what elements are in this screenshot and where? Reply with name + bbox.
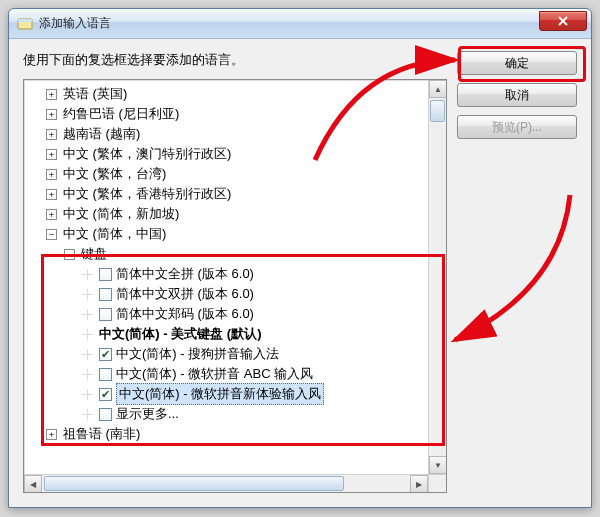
tree-connector-icon bbox=[82, 329, 93, 340]
expand-icon[interactable]: + bbox=[46, 89, 57, 100]
language-tree[interactable]: +英语 (英国)+约鲁巴语 (尼日利亚)+越南语 (越南)+中文 (繁体，澳门特… bbox=[24, 80, 428, 474]
tree-row[interactable]: 显示更多... bbox=[28, 404, 428, 424]
tree-row[interactable]: −中文 (简体，中国) bbox=[28, 224, 428, 244]
tree-row[interactable]: +祖鲁语 (南非) bbox=[28, 424, 428, 444]
tree-item-label[interactable]: 中文 (繁体，台湾) bbox=[63, 164, 166, 184]
tree-item-label[interactable]: 越南语 (越南) bbox=[63, 124, 140, 144]
tree-connector-icon bbox=[82, 369, 93, 380]
app-icon bbox=[17, 16, 33, 32]
vertical-scrollbar[interactable]: ▲ ▼ bbox=[428, 80, 446, 474]
instruction-text: 使用下面的复选框选择要添加的语言。 bbox=[23, 51, 447, 69]
checkbox[interactable] bbox=[99, 308, 112, 321]
tree-row[interactable]: 简体中文全拼 (版本 6.0) bbox=[28, 264, 428, 284]
tree-row[interactable]: +约鲁巴语 (尼日利亚) bbox=[28, 104, 428, 124]
tree-connector-icon bbox=[82, 409, 93, 420]
titlebar[interactable]: 添加输入语言 bbox=[9, 9, 591, 39]
dialog-content: 使用下面的复选框选择要添加的语言。 +英语 (英国)+约鲁巴语 (尼日利亚)+越… bbox=[9, 39, 591, 507]
svg-rect-1 bbox=[18, 19, 32, 22]
tree-item-label[interactable]: 简体中文双拼 (版本 6.0) bbox=[116, 284, 254, 304]
tree-item-label[interactable]: 简体中文全拼 (版本 6.0) bbox=[116, 264, 254, 284]
tree-row[interactable]: +中文 (简体，新加坡) bbox=[28, 204, 428, 224]
expand-icon[interactable]: + bbox=[46, 189, 57, 200]
scroll-corner bbox=[428, 474, 446, 492]
checkbox[interactable]: ✔ bbox=[99, 348, 112, 361]
tree-item-label[interactable]: 中文(简体) - 搜狗拼音输入法 bbox=[116, 344, 279, 364]
scroll-down-icon[interactable]: ▼ bbox=[429, 456, 447, 474]
tree-row[interactable]: +中文 (繁体，香港特别行政区) bbox=[28, 184, 428, 204]
tree-connector-icon bbox=[82, 309, 93, 320]
left-pane: 使用下面的复选框选择要添加的语言。 +英语 (英国)+约鲁巴语 (尼日利亚)+越… bbox=[23, 51, 447, 493]
window-title-extra bbox=[119, 17, 136, 31]
tree-item-label[interactable]: 中文 (繁体，澳门特别行政区) bbox=[63, 144, 231, 164]
tree-item-label[interactable]: 约鲁巴语 (尼日利亚) bbox=[63, 104, 179, 124]
tree-item-label[interactable]: 键盘 bbox=[81, 244, 107, 264]
tree-row[interactable]: 简体中文双拼 (版本 6.0) bbox=[28, 284, 428, 304]
checkbox[interactable] bbox=[99, 368, 112, 381]
collapse-icon[interactable]: − bbox=[64, 249, 75, 260]
language-tree-container: +英语 (英国)+约鲁巴语 (尼日利亚)+越南语 (越南)+中文 (繁体，澳门特… bbox=[23, 79, 447, 493]
tree-connector-icon bbox=[82, 289, 93, 300]
tree-item-label[interactable]: 祖鲁语 (南非) bbox=[63, 424, 140, 444]
tree-connector-icon bbox=[82, 389, 93, 400]
tree-item-label[interactable]: 简体中文郑码 (版本 6.0) bbox=[116, 304, 254, 324]
tree-connector-icon bbox=[82, 269, 93, 280]
expand-icon[interactable]: + bbox=[46, 149, 57, 160]
tree-row[interactable]: 中文(简体) - 微软拼音 ABC 输入风 bbox=[28, 364, 428, 384]
close-button[interactable] bbox=[539, 11, 587, 31]
horizontal-scrollbar[interactable]: ◀ ▶ bbox=[24, 474, 428, 492]
dialog-window: 添加输入语言 使用下面的复选框选择要添加的语言。 +英语 (英国)+约鲁巴语 (… bbox=[8, 8, 592, 508]
scroll-track-v[interactable] bbox=[429, 98, 446, 456]
tree-row[interactable]: 简体中文郑码 (版本 6.0) bbox=[28, 304, 428, 324]
expand-icon[interactable]: + bbox=[46, 129, 57, 140]
checkbox[interactable]: ✔ bbox=[99, 388, 112, 401]
expand-icon[interactable]: + bbox=[46, 209, 57, 220]
scroll-left-icon[interactable]: ◀ bbox=[24, 475, 42, 493]
right-pane: 确定 取消 预览(P)... bbox=[457, 51, 577, 493]
tree-row[interactable]: +中文 (繁体，澳门特别行政区) bbox=[28, 144, 428, 164]
tree-item-label[interactable]: 中文 (简体，新加坡) bbox=[63, 204, 179, 224]
collapse-icon[interactable]: − bbox=[46, 229, 57, 240]
tree-connector-icon bbox=[82, 349, 93, 360]
tree-item-label[interactable]: 中文(简体) - 微软拼音新体验输入风 bbox=[116, 383, 324, 405]
scroll-right-icon[interactable]: ▶ bbox=[410, 475, 428, 493]
ok-button[interactable]: 确定 bbox=[457, 51, 577, 75]
tree-row[interactable]: +越南语 (越南) bbox=[28, 124, 428, 144]
tree-item-label[interactable]: 中文 (简体，中国) bbox=[63, 224, 166, 244]
scroll-thumb-h[interactable] bbox=[44, 476, 344, 491]
tree-item-label[interactable]: 英语 (英国) bbox=[63, 84, 127, 104]
checkbox[interactable] bbox=[99, 288, 112, 301]
tree-item-label[interactable]: 中文(简体) - 美式键盘 (默认) bbox=[99, 324, 261, 344]
tree-row[interactable]: +中文 (繁体，台湾) bbox=[28, 164, 428, 184]
tree-item-label[interactable]: 中文 (繁体，香港特别行政区) bbox=[63, 184, 231, 204]
checkbox[interactable] bbox=[99, 268, 112, 281]
preview-button[interactable]: 预览(P)... bbox=[457, 115, 577, 139]
scroll-up-icon[interactable]: ▲ bbox=[429, 80, 447, 98]
window-title: 添加输入语言 bbox=[39, 15, 111, 32]
tree-item-label[interactable]: 显示更多... bbox=[116, 404, 179, 424]
close-icon bbox=[558, 16, 568, 26]
cancel-button[interactable]: 取消 bbox=[457, 83, 577, 107]
expand-icon[interactable]: + bbox=[46, 109, 57, 120]
tree-row[interactable]: ✔中文(简体) - 微软拼音新体验输入风 bbox=[28, 384, 428, 404]
tree-row[interactable]: ✔中文(简体) - 搜狗拼音输入法 bbox=[28, 344, 428, 364]
tree-item-label[interactable]: 中文(简体) - 微软拼音 ABC 输入风 bbox=[116, 364, 313, 384]
expand-icon[interactable]: + bbox=[46, 169, 57, 180]
tree-row[interactable]: +英语 (英国) bbox=[28, 84, 428, 104]
tree-row[interactable]: −键盘 bbox=[28, 244, 428, 264]
expand-icon[interactable]: + bbox=[46, 429, 57, 440]
scroll-track-h[interactable] bbox=[42, 475, 410, 492]
scroll-thumb-v[interactable] bbox=[430, 100, 445, 122]
checkbox[interactable] bbox=[99, 408, 112, 421]
tree-row[interactable]: 中文(简体) - 美式键盘 (默认) bbox=[28, 324, 428, 344]
